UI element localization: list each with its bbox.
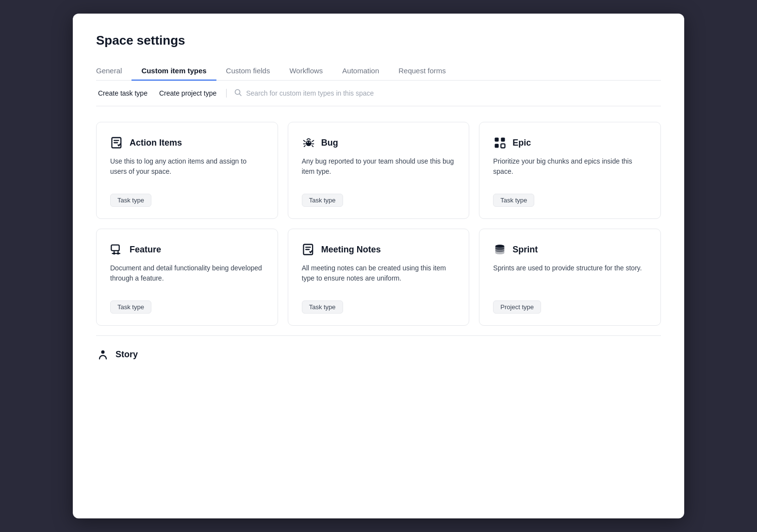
card-epic[interactable]: Epic Prioritize your big chunks and epic…: [479, 122, 661, 219]
svg-point-4: [307, 142, 308, 143]
card-meeting-notes-title: Meeting Notes: [321, 245, 381, 255]
page-title: Space settings: [96, 33, 661, 48]
tab-custom-fields[interactable]: Custom fields: [216, 62, 280, 81]
card-bug-title: Bug: [321, 138, 338, 148]
search-area[interactable]: Search for custom item types in this spa…: [234, 89, 374, 98]
bug-icon: [302, 136, 315, 150]
toolbar: Create task type Create project type Sea…: [96, 81, 661, 106]
tab-nav: General Custom item types Custom fields …: [96, 62, 661, 81]
create-project-type-button[interactable]: Create project type: [157, 88, 218, 98]
card-action-items-desc: Use this to log any action items and ass…: [110, 156, 264, 185]
svg-rect-7: [501, 138, 505, 142]
card-action-items-badge: Task type: [110, 194, 151, 207]
card-action-items-title: Action Items: [130, 138, 182, 148]
svg-rect-6: [495, 138, 499, 142]
card-epic-badge: Task type: [493, 194, 534, 207]
svg-rect-8: [495, 144, 499, 148]
search-icon: [234, 89, 242, 98]
tab-general[interactable]: General: [96, 62, 132, 81]
card-feature[interactable]: Feature Document and detail functionalit…: [96, 229, 278, 326]
card-bug-desc: Any bug reported to your team should use…: [302, 156, 456, 185]
card-sprint[interactable]: Sprint Sprints are used to provide struc…: [479, 229, 661, 326]
card-epic-header: Epic: [493, 136, 647, 150]
story-icon: [96, 348, 110, 361]
tab-automation[interactable]: Automation: [332, 62, 389, 81]
feature-icon: [110, 243, 124, 256]
card-feature-title: Feature: [130, 245, 161, 255]
story-title: Story: [115, 349, 138, 360]
card-action-items-header: Action Items: [110, 136, 264, 150]
sprint-icon: [493, 243, 507, 256]
tab-workflows[interactable]: Workflows: [280, 62, 332, 81]
card-bug[interactable]: Bug Any bug reported to your team should…: [288, 122, 470, 219]
card-bug-badge: Task type: [302, 194, 343, 207]
svg-line-1: [240, 94, 242, 96]
svg-point-18: [101, 350, 105, 354]
card-feature-header: Feature: [110, 243, 264, 256]
card-epic-desc: Prioritize your big chunks and epics ins…: [493, 156, 647, 185]
window: Space settings General Custom item types…: [73, 14, 684, 518]
card-sprint-title: Sprint: [512, 245, 538, 255]
card-sprint-header: Sprint: [493, 243, 647, 256]
card-meeting-notes-header: Meeting Notes: [302, 243, 456, 256]
card-sprint-badge: Project type: [493, 300, 541, 314]
svg-point-3: [306, 140, 312, 146]
cards-grid: Action Items Use this to log any action …: [96, 122, 661, 326]
epic-icon: [493, 136, 507, 150]
meeting-notes-icon: [302, 243, 315, 256]
tab-custom-item-types[interactable]: Custom item types: [132, 62, 216, 81]
search-placeholder[interactable]: Search for custom item types in this spa…: [246, 89, 374, 97]
card-meeting-notes[interactable]: Meeting Notes All meeting notes can be c…: [288, 229, 470, 326]
svg-point-5: [309, 142, 310, 143]
create-task-type-button[interactable]: Create task type: [96, 88, 149, 98]
tab-request-forms[interactable]: Request forms: [389, 62, 456, 81]
card-action-items[interactable]: Action Items Use this to log any action …: [96, 122, 278, 219]
card-meeting-notes-desc: All meeting notes can be created using t…: [302, 263, 456, 292]
toolbar-divider: [226, 89, 227, 98]
card-sprint-desc: Sprints are used to provide structure fo…: [493, 263, 647, 292]
card-feature-desc: Document and detail functionality being …: [110, 263, 264, 292]
svg-rect-10: [111, 245, 119, 251]
card-feature-badge: Task type: [110, 300, 151, 314]
card-bug-header: Bug: [302, 136, 456, 150]
svg-rect-9: [501, 144, 505, 148]
card-epic-title: Epic: [512, 138, 531, 148]
story-row[interactable]: Story: [96, 335, 661, 361]
card-meeting-notes-badge: Task type: [302, 300, 343, 314]
action-items-icon: [110, 136, 124, 150]
